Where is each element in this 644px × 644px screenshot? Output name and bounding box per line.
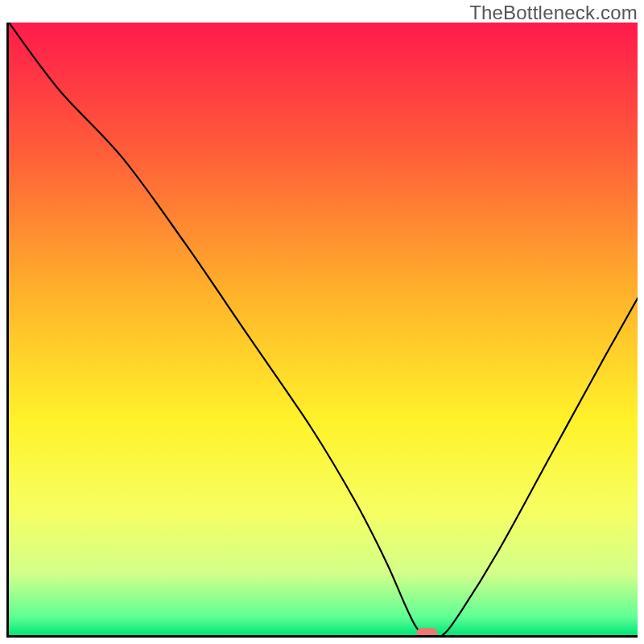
plot-area <box>6 23 638 638</box>
watermark-text: TheBottleneck.com <box>469 2 638 24</box>
chart-stage: TheBottleneck.com <box>0 0 644 644</box>
chart-svg <box>9 23 638 635</box>
gradient-background <box>9 23 638 635</box>
optimal-marker <box>416 628 437 635</box>
